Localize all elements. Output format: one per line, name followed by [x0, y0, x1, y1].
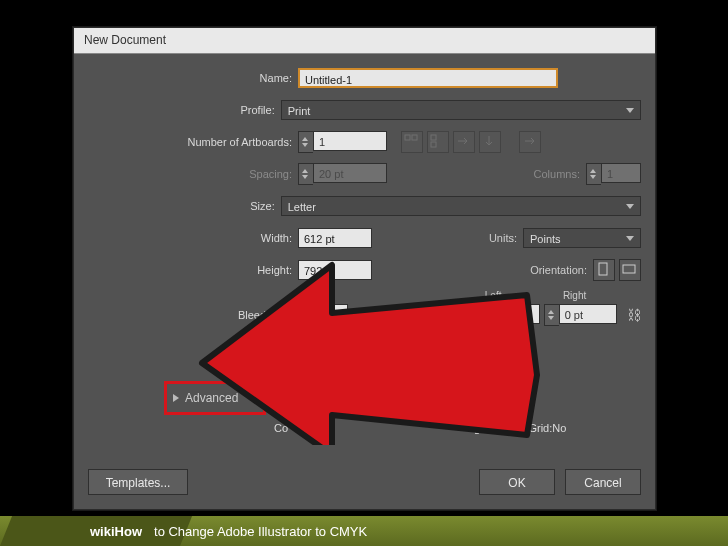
- new-document-dialog: New Document Name: Untitled-1 Profile: P…: [73, 27, 656, 510]
- columns-value: 1: [601, 163, 641, 183]
- bleed-top-value[interactable]: 0 pt: [290, 304, 348, 324]
- width-input[interactable]: 612 pt: [298, 228, 372, 248]
- stepper-buttons[interactable]: [544, 304, 559, 326]
- caption-bar: wikiHow to Change Adobe Illustrator to C…: [0, 516, 728, 546]
- bleed-left-value[interactable]: 0 pt: [482, 304, 540, 324]
- spacing-value: 20 pt: [313, 163, 387, 183]
- bleed-left-label: Left: [485, 290, 563, 301]
- bleed-label: Bleed:: [74, 309, 275, 321]
- bleed-right-value[interactable]: 0 pt: [559, 304, 617, 324]
- stepper-buttons: [586, 163, 601, 185]
- templates-button[interactable]: Templates...: [88, 469, 188, 495]
- grid-by-col-icon[interactable]: [427, 131, 449, 153]
- height-input[interactable]: 792 pt: [298, 260, 372, 280]
- width-label: Width:: [74, 232, 298, 244]
- bleed-right-stepper[interactable]: 0 pt: [544, 304, 617, 326]
- caption-title: to Change Adobe Illustrator to CMYK: [154, 524, 367, 539]
- stepper-buttons[interactable]: [467, 304, 482, 326]
- svg-rect-1: [412, 135, 417, 140]
- profile-label: Profile:: [74, 104, 281, 116]
- orientation-label: Orientation:: [530, 264, 587, 276]
- partially-hidden-text: Co: [274, 422, 288, 434]
- svg-rect-3: [431, 142, 436, 147]
- bleed-right-label: Right: [563, 290, 641, 301]
- size-select[interactable]: Letter: [281, 196, 641, 216]
- orientation-portrait-icon[interactable]: [593, 259, 615, 281]
- columns-stepper: 1: [586, 163, 641, 185]
- artboards-value[interactable]: 1: [313, 131, 387, 151]
- bleed-top-label: Top: [298, 290, 376, 301]
- name-label: Name:: [74, 72, 298, 84]
- svg-rect-2: [431, 135, 436, 140]
- spacing-label: Spacing:: [74, 168, 298, 180]
- ok-button[interactable]: OK: [479, 469, 555, 495]
- units-select[interactable]: Points: [523, 228, 641, 248]
- columns-label: Columns:: [534, 168, 580, 180]
- artboards-stepper[interactable]: 1: [298, 131, 387, 153]
- units-label: Units:: [489, 232, 517, 244]
- stepper-buttons[interactable]: [275, 304, 290, 326]
- stepper-buttons: [298, 163, 313, 185]
- bleed-left-stepper[interactable]: 0 pt: [467, 304, 540, 326]
- profile-select[interactable]: Print: [281, 100, 641, 120]
- partially-hidden-text-2: gn to Pixel Grid:No: [474, 422, 566, 434]
- orientation-landscape-icon[interactable]: [619, 259, 641, 281]
- wikihow-logo: wikiHow: [90, 524, 142, 539]
- svg-rect-4: [599, 263, 607, 275]
- svg-rect-5: [623, 265, 635, 273]
- svg-rect-0: [405, 135, 410, 140]
- artboards-label: Number of Artboards:: [74, 136, 298, 148]
- size-label: Size:: [74, 200, 281, 212]
- grid-by-row-icon[interactable]: [401, 131, 423, 153]
- chevron-right-icon: [173, 394, 179, 402]
- dialog-title-bar: New Document: [74, 28, 655, 54]
- name-input[interactable]: Untitled-1: [298, 68, 558, 88]
- arrange-ltr-icon[interactable]: [519, 131, 541, 153]
- stepper-buttons[interactable]: [298, 131, 313, 153]
- spacing-stepper: 20 pt: [298, 163, 387, 185]
- advanced-label: Advanced: [185, 391, 238, 405]
- arrange-row-icon[interactable]: [453, 131, 475, 153]
- link-bleed-icon[interactable]: ⛓: [627, 304, 641, 326]
- dialog-title: New Document: [84, 33, 166, 47]
- advanced-toggle[interactable]: Advanced: [164, 381, 266, 415]
- height-label: Height:: [74, 264, 298, 276]
- arrange-col-icon[interactable]: [479, 131, 501, 153]
- bleed-top-stepper[interactable]: 0 pt: [275, 304, 348, 326]
- cancel-button[interactable]: Cancel: [565, 469, 641, 495]
